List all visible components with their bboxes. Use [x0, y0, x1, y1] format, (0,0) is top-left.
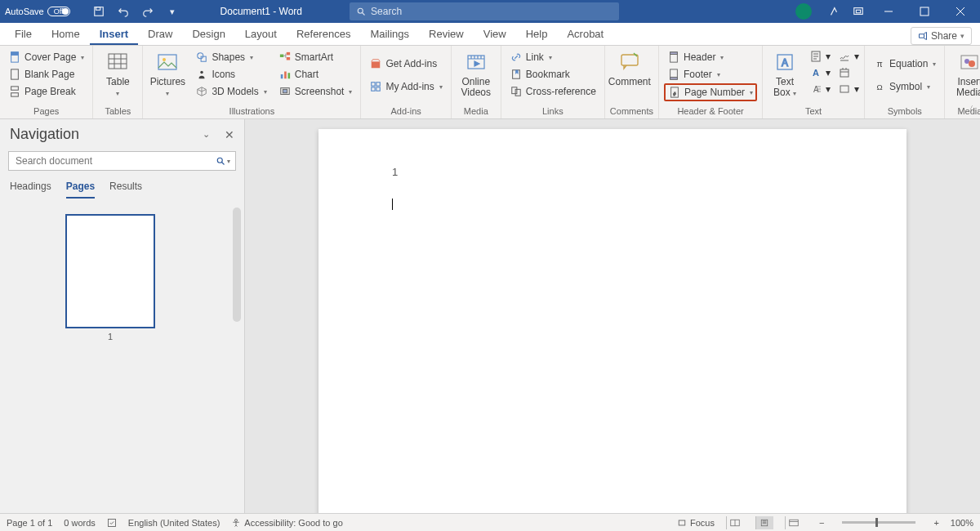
document-page[interactable]: 1: [318, 129, 906, 513]
svg-rect-59: [790, 520, 799, 526]
table-button[interactable]: Table▾: [98, 49, 137, 100]
close-button[interactable]: [946, 0, 975, 23]
nav-tab-pages[interactable]: Pages: [66, 181, 95, 199]
link-button[interactable]: Link▾: [506, 49, 599, 65]
zoom-slider[interactable]: [842, 521, 915, 524]
svg-rect-47: [840, 86, 849, 92]
nav-scrollbar[interactable]: [233, 207, 241, 322]
tab-view[interactable]: View: [474, 23, 516, 45]
svg-rect-7: [11, 52, 19, 56]
my-addins-button[interactable]: My Add-ins▾: [366, 78, 445, 95]
page-number-button[interactable]: #Page Number▾: [664, 83, 757, 101]
insert-media-icon: [958, 51, 980, 74]
blank-page-icon: [8, 68, 21, 81]
zoom-out-button[interactable]: −: [819, 518, 824, 528]
equation-button[interactable]: πEquation▾: [870, 56, 939, 72]
navigation-dropdown-icon[interactable]: ⌄: [203, 129, 210, 140]
undo-icon[interactable]: [114, 2, 132, 20]
tab-insert[interactable]: Insert: [90, 23, 138, 45]
shapes-button[interactable]: Shapes▾: [192, 49, 270, 65]
nav-tab-results[interactable]: Results: [109, 181, 142, 199]
tab-mailings[interactable]: Mailings: [360, 23, 419, 45]
online-videos-button[interactable]: Online Videos: [457, 49, 496, 100]
redo-icon[interactable]: [139, 2, 157, 20]
bookmark-button[interactable]: Bookmark: [506, 66, 599, 83]
tab-references[interactable]: References: [287, 23, 360, 45]
wordart-button[interactable]: A▾: [807, 65, 831, 80]
smartart-button[interactable]: SmartArt: [275, 49, 356, 65]
focus-mode-button[interactable]: Focus: [677, 518, 715, 528]
svg-rect-29: [376, 87, 380, 91]
print-layout-button[interactable]: [755, 516, 773, 529]
cover-page-icon: [8, 51, 21, 64]
tab-review[interactable]: Review: [419, 23, 474, 45]
pictures-button[interactable]: Pictures▾: [148, 49, 187, 100]
date-time-button[interactable]: [835, 65, 859, 80]
chart-button[interactable]: Chart: [275, 66, 356, 83]
autosave-toggle[interactable]: AutoSave Off: [5, 7, 83, 16]
comment-button[interactable]: Comment: [610, 49, 649, 89]
icons-button[interactable]: Icons: [192, 66, 270, 83]
tab-design[interactable]: Design: [182, 23, 234, 45]
status-spellcheck[interactable]: [107, 518, 117, 528]
page-number-icon: #: [668, 86, 681, 99]
nav-tab-headings[interactable]: Headings: [10, 181, 51, 199]
search-placeholder: Search: [371, 6, 402, 17]
navigation-search[interactable]: ▾: [8, 151, 236, 171]
date-icon: [835, 65, 853, 80]
read-mode-button[interactable]: [726, 516, 744, 529]
header-button[interactable]: Header▾: [664, 49, 757, 65]
screenshot-button[interactable]: Screenshot▾: [275, 83, 356, 100]
tab-layout[interactable]: Layout: [235, 23, 287, 45]
web-layout-button[interactable]: [785, 516, 803, 529]
page-thumbnail[interactable]: [65, 214, 155, 328]
maximize-button[interactable]: [910, 0, 939, 23]
object-button[interactable]: ▾: [835, 82, 859, 96]
status-words[interactable]: 0 words: [64, 518, 96, 528]
get-addins-button[interactable]: Get Add-ins: [366, 56, 445, 72]
footer-button[interactable]: Footer▾: [664, 66, 757, 83]
status-accessibility[interactable]: Accessibility: Good to go: [231, 518, 342, 528]
search-icon[interactable]: ▾: [216, 156, 230, 166]
cross-reference-button[interactable]: Cross-reference: [506, 83, 599, 100]
save-icon[interactable]: [90, 2, 108, 20]
tab-acrobat[interactable]: Acrobat: [557, 23, 613, 45]
status-page[interactable]: Page 1 of 1: [7, 518, 52, 528]
svg-rect-27: [376, 83, 380, 86]
symbol-button[interactable]: ΩSymbol▾: [870, 78, 939, 95]
comment-icon: [618, 51, 641, 74]
zoom-in-button[interactable]: +: [933, 518, 938, 528]
tab-file[interactable]: File: [5, 23, 42, 45]
document-canvas[interactable]: 1: [245, 119, 980, 513]
quick-parts-button[interactable]: ▾: [807, 49, 831, 64]
text-box-button[interactable]: A Text Box ▾: [768, 49, 802, 100]
insert-media-button[interactable]: Insert Media: [950, 49, 980, 100]
blank-page-button[interactable]: Blank Page: [5, 66, 87, 83]
drop-cap-button[interactable]: A▾: [807, 82, 831, 96]
group-addins: Get Add-ins My Add-ins▾ Add-ins: [361, 46, 451, 118]
collapse-ribbon-icon[interactable]: 〈: [965, 104, 973, 115]
minimize-button[interactable]: [874, 0, 903, 23]
cover-page-button[interactable]: Cover Page▾: [5, 49, 87, 65]
tab-help[interactable]: Help: [516, 23, 558, 45]
svg-rect-33: [515, 89, 520, 96]
navigation-close-icon[interactable]: ✕: [225, 128, 234, 141]
svg-rect-19: [286, 57, 289, 60]
signature-line-button[interactable]: ▾: [835, 49, 859, 64]
tab-home[interactable]: Home: [42, 23, 90, 45]
svg-text:A: A: [782, 57, 788, 69]
zoom-level[interactable]: 100%: [951, 518, 973, 528]
ribbon-display-icon[interactable]: [849, 2, 867, 20]
tab-draw[interactable]: Draw: [138, 23, 182, 45]
share-button[interactable]: Share▾: [911, 27, 972, 45]
3d-models-button[interactable]: 3D Models▾: [192, 83, 270, 100]
quickaccess-more-icon[interactable]: ▾: [163, 2, 181, 20]
symbol-icon: Ω: [873, 80, 886, 93]
status-language[interactable]: English (United States): [128, 518, 220, 528]
navigation-search-input[interactable]: [14, 154, 187, 167]
page-break-button[interactable]: Page Break: [5, 83, 87, 100]
svg-rect-28: [372, 87, 375, 91]
diagnostics-icon[interactable]: [825, 2, 843, 20]
user-avatar[interactable]: [795, 3, 812, 20]
search-box[interactable]: Search: [350, 2, 619, 20]
